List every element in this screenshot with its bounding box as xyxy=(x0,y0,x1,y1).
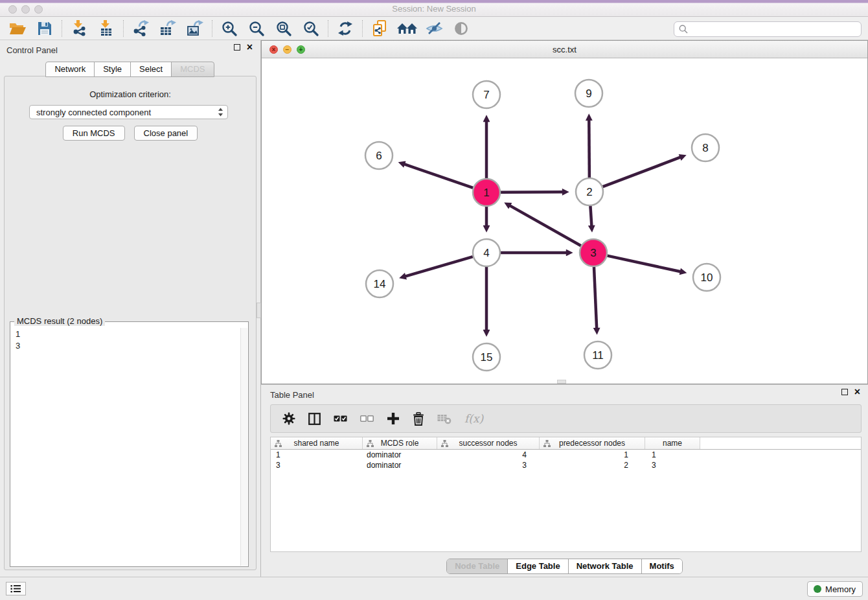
show-eye-icon xyxy=(454,21,468,36)
table-settings-button[interactable] xyxy=(282,412,295,425)
cell-successor-nodes[interactable]: 3 xyxy=(437,461,540,470)
checked-checkboxes-icon xyxy=(334,415,347,422)
run-mcds-button[interactable]: Run MCDS xyxy=(63,126,125,141)
import-table-button[interactable] xyxy=(93,18,120,39)
cell-name[interactable]: 3 xyxy=(645,461,700,470)
zoom-in-button[interactable] xyxy=(216,18,243,39)
toolbar-separator xyxy=(328,20,328,37)
cell-successor-nodes[interactable]: 4 xyxy=(437,450,540,459)
refresh-button[interactable] xyxy=(332,18,359,39)
tab-node-table[interactable]: Node Table xyxy=(447,559,507,573)
delete-table-button-disabled[interactable] xyxy=(437,413,451,424)
deselect-all-rows-button[interactable] xyxy=(360,415,374,422)
network-canvas[interactable]: 1234678910111415 xyxy=(262,58,867,384)
tab-network-table[interactable]: Network Table xyxy=(568,559,641,573)
import-network-icon xyxy=(71,20,87,36)
graph-edge-3-10[interactable] xyxy=(607,256,681,272)
column-label: predecessor nodes xyxy=(559,439,625,448)
search-input[interactable] xyxy=(691,25,856,34)
memory-status-dot xyxy=(814,585,821,593)
graph-edge-2-8[interactable] xyxy=(603,157,681,187)
search-box[interactable] xyxy=(674,21,862,37)
zoom-out-button[interactable] xyxy=(243,18,270,39)
graph-edge-1-2[interactable] xyxy=(501,192,564,192)
cell-predecessor-nodes[interactable]: 1 xyxy=(540,450,645,459)
save-session-button[interactable] xyxy=(31,18,58,39)
column-header-name[interactable]: name xyxy=(645,437,700,449)
select-all-rows-button[interactable] xyxy=(334,415,347,422)
control-panel: Control Panel × Network Style Select MCD… xyxy=(0,40,261,577)
create-column-button[interactable] xyxy=(387,412,400,425)
column-header-successor-nodes[interactable]: successor nodes xyxy=(437,437,540,449)
table-panel: Table Panel × xyxy=(261,384,868,577)
cell-shared-name[interactable]: 1 xyxy=(271,450,363,459)
graph-edge-2-9[interactable] xyxy=(589,119,589,178)
cell-mcds-role[interactable]: dominator xyxy=(363,461,437,470)
network-view-window: × − + scc.txt 1234678910111415 xyxy=(261,40,868,384)
new-network-doc-icon xyxy=(372,20,387,37)
table-panel-tabs: Node Table Edge Table Network Table Moti… xyxy=(261,559,868,574)
task-history-button[interactable] xyxy=(6,582,26,595)
table-panel-float-icon[interactable] xyxy=(841,389,848,395)
graph-edge-2-3[interactable] xyxy=(590,206,591,227)
table-row[interactable]: 3 dominator 3 2 3 xyxy=(271,460,861,470)
export-network-icon xyxy=(132,20,149,36)
mcds-result-line: 3 xyxy=(16,340,239,352)
graph-node-label: 1 xyxy=(483,187,489,199)
open-session-button[interactable] xyxy=(4,18,31,39)
new-network-from-selection-button[interactable] xyxy=(366,18,393,39)
control-panel-float-icon[interactable] xyxy=(234,44,240,51)
close-panel-button[interactable]: Close panel xyxy=(134,126,198,141)
graph-node-label: 7 xyxy=(483,89,489,101)
import-network-button[interactable] xyxy=(65,18,93,39)
window-title: Session: New Session xyxy=(0,4,868,14)
plus-icon xyxy=(387,412,400,425)
select-stepper-icon xyxy=(218,108,223,117)
table-panel-close-icon[interactable]: × xyxy=(854,389,860,395)
tab-network[interactable]: Network xyxy=(45,62,95,77)
control-panel-close-icon[interactable]: × xyxy=(247,44,253,51)
zoom-out-icon xyxy=(249,21,264,36)
toolbar-separator xyxy=(212,20,212,37)
panel-splitter-grip[interactable] xyxy=(257,303,261,318)
graph-edge-3-1[interactable] xyxy=(509,205,581,246)
horizontal-splitter-grip[interactable] xyxy=(557,380,566,384)
zoom-selected-button[interactable] xyxy=(297,18,325,39)
optimization-criterion-select[interactable]: strongly connected component xyxy=(29,105,228,119)
hide-selected-button[interactable] xyxy=(420,18,448,39)
network-window-title: scc.txt xyxy=(262,45,867,54)
memory-button[interactable]: Memory xyxy=(807,581,863,597)
export-table-button[interactable] xyxy=(154,18,181,39)
delete-column-button[interactable] xyxy=(413,412,424,426)
graph-edge-4-14[interactable] xyxy=(404,257,472,277)
mcds-result-list[interactable]: 1 3 xyxy=(10,325,239,565)
export-network-button[interactable] xyxy=(127,18,154,39)
mcds-result-line: 1 xyxy=(16,329,239,340)
cell-shared-name[interactable]: 3 xyxy=(271,461,363,470)
graph-edge-1-6[interactable] xyxy=(404,164,473,188)
column-header-mcds-role[interactable]: MCDS role xyxy=(363,437,437,449)
tab-style[interactable]: Style xyxy=(94,62,131,77)
network-window-titlebar[interactable]: × − + scc.txt xyxy=(262,41,867,58)
cell-mcds-role[interactable]: dominator xyxy=(363,450,437,459)
app-titlebar: Session: New Session xyxy=(0,0,868,17)
show-hidden-button[interactable] xyxy=(448,18,475,39)
export-image-button[interactable] xyxy=(181,18,209,39)
tab-motifs[interactable]: Motifs xyxy=(641,559,682,573)
function-builder-button-disabled[interactable]: f(x) xyxy=(464,412,483,425)
table-row[interactable]: 1 dominator 4 1 1 xyxy=(271,450,861,460)
first-neighbors-button[interactable] xyxy=(393,18,420,39)
column-header-predecessor-nodes[interactable]: predecessor nodes xyxy=(540,437,645,449)
hierarchy-icon xyxy=(275,440,282,447)
tab-mcds[interactable]: MCDS xyxy=(171,62,214,77)
tab-edge-table[interactable]: Edge Table xyxy=(507,559,567,573)
cell-predecessor-nodes[interactable]: 2 xyxy=(540,461,645,470)
zoom-fit-button[interactable] xyxy=(270,18,297,39)
cell-name[interactable]: 1 xyxy=(645,450,700,459)
tab-select[interactable]: Select xyxy=(130,62,172,77)
graph-edge-3-11[interactable] xyxy=(594,267,597,329)
column-header-shared-name[interactable]: shared name xyxy=(271,437,363,449)
show-column-button[interactable] xyxy=(308,413,321,425)
mcds-result-scrollbar[interactable] xyxy=(240,328,247,566)
graph-node-label: 8 xyxy=(702,142,708,154)
